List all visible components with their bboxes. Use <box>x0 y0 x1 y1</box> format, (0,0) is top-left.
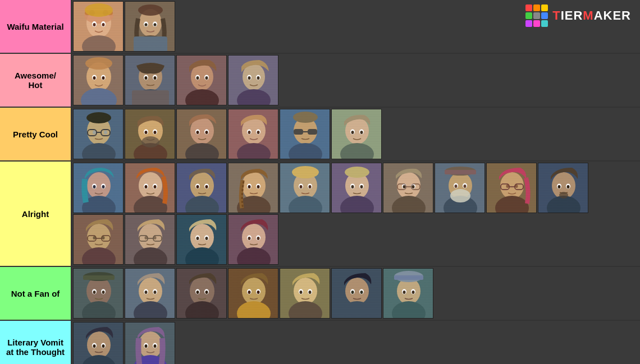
char-portrait[interactable] <box>125 109 175 159</box>
svg-point-214 <box>102 291 105 294</box>
tier-label-literary: Literary Vomit at the Thought <box>0 321 72 364</box>
char-portrait[interactable] <box>125 268 175 319</box>
svg-point-11 <box>85 3 113 17</box>
svg-point-43 <box>205 76 208 80</box>
char-portrait[interactable] <box>125 163 175 213</box>
char-portrait[interactable] <box>331 109 382 159</box>
svg-rect-210 <box>83 275 115 280</box>
portrait-svg <box>332 269 382 319</box>
svg-point-216 <box>139 278 162 305</box>
char-portrait[interactable] <box>538 163 588 213</box>
svg-point-235 <box>257 291 260 294</box>
tier-row-awesome: Awesome/Hot <box>0 54 640 108</box>
char-portrait[interactable] <box>176 163 227 213</box>
svg-point-228 <box>205 291 208 294</box>
char-portrait[interactable] <box>228 109 278 159</box>
svg-point-237 <box>294 278 317 305</box>
logo-cell <box>541 20 548 27</box>
svg-point-127 <box>292 166 319 178</box>
char-portrait[interactable] <box>176 55 227 105</box>
portrait-svg <box>125 215 175 265</box>
logo-cell <box>541 4 548 11</box>
char-portrait[interactable] <box>73 1 124 52</box>
svg-point-200 <box>242 224 266 251</box>
logo-cell <box>525 4 532 11</box>
char-portrait[interactable] <box>73 268 124 319</box>
char-portrait[interactable] <box>383 268 433 319</box>
portrait-svg <box>228 269 278 319</box>
char-portrait[interactable] <box>176 109 227 159</box>
svg-point-18 <box>145 23 148 26</box>
char-portrait[interactable] <box>176 268 227 319</box>
char-portrait[interactable] <box>383 163 433 213</box>
svg-point-58 <box>93 131 96 135</box>
logo-cell <box>525 20 532 27</box>
char-portrait[interactable] <box>280 163 330 213</box>
svg-point-135 <box>345 167 369 178</box>
svg-point-102 <box>102 185 105 188</box>
portrait-svg <box>487 163 537 213</box>
svg-point-267 <box>139 331 162 358</box>
svg-point-221 <box>154 291 157 294</box>
svg-point-35 <box>154 76 157 80</box>
char-portrait[interactable] <box>486 163 537 213</box>
tier-label-waifu: Waifu Material <box>0 0 72 53</box>
char-portrait[interactable] <box>228 55 278 105</box>
svg-point-213 <box>93 291 96 294</box>
char-portrait[interactable] <box>435 163 485 213</box>
portrait-svg <box>177 163 227 213</box>
svg-point-167 <box>515 185 518 188</box>
svg-point-10 <box>102 23 105 26</box>
tier-content-literary <box>72 321 640 364</box>
svg-point-197 <box>196 237 199 240</box>
svg-point-146 <box>412 185 415 188</box>
char-portrait[interactable] <box>176 214 227 265</box>
char-portrait[interactable] <box>228 163 278 213</box>
char-portrait[interactable] <box>73 55 124 105</box>
char-portrait[interactable] <box>125 1 175 52</box>
logo-cell <box>541 12 548 19</box>
char-portrait[interactable] <box>280 109 330 159</box>
portrait-svg <box>74 215 124 265</box>
portrait-svg <box>228 215 278 265</box>
svg-point-101 <box>93 185 96 188</box>
svg-point-27 <box>93 76 96 80</box>
svg-point-108 <box>145 185 148 188</box>
char-portrait[interactable] <box>331 268 382 319</box>
svg-point-230 <box>242 278 266 305</box>
svg-point-271 <box>145 344 148 348</box>
svg-point-66 <box>154 131 157 134</box>
char-portrait[interactable] <box>125 55 175 105</box>
char-portrait[interactable] <box>73 214 124 265</box>
svg-point-158 <box>455 185 458 188</box>
tier-label-awesome: Awesome/Hot <box>0 54 72 107</box>
svg-point-260 <box>87 331 111 358</box>
svg-point-258 <box>412 291 415 294</box>
char-portrait[interactable] <box>125 322 175 364</box>
char-portrait[interactable] <box>73 322 124 364</box>
svg-point-155 <box>450 189 470 202</box>
portrait-svg <box>125 2 175 52</box>
char-portrait[interactable] <box>73 109 124 159</box>
tier-label-alright: Alright <box>0 162 72 266</box>
tier-content-pretty <box>72 108 640 160</box>
svg-point-130 <box>300 185 303 188</box>
portrait-svg <box>280 109 330 159</box>
char-portrait[interactable] <box>125 214 175 265</box>
svg-point-131 <box>309 185 312 188</box>
portrait-svg <box>177 56 227 105</box>
svg-point-109 <box>154 185 157 188</box>
char-portrait[interactable] <box>228 268 278 319</box>
char-portrait[interactable] <box>280 268 330 319</box>
tier-label-notfan: Not a Fan of <box>0 267 72 320</box>
svg-point-220 <box>145 291 148 294</box>
tier-row-notfan: Not a Fan of <box>0 267 640 321</box>
portrait-svg <box>74 163 124 213</box>
char-portrait[interactable] <box>228 214 278 265</box>
portrait-svg <box>125 322 175 364</box>
svg-point-185 <box>139 224 162 251</box>
tier-content-notfan <box>72 267 640 320</box>
svg-point-145 <box>403 185 406 188</box>
char-portrait[interactable] <box>73 163 124 213</box>
char-portrait[interactable] <box>331 163 382 213</box>
